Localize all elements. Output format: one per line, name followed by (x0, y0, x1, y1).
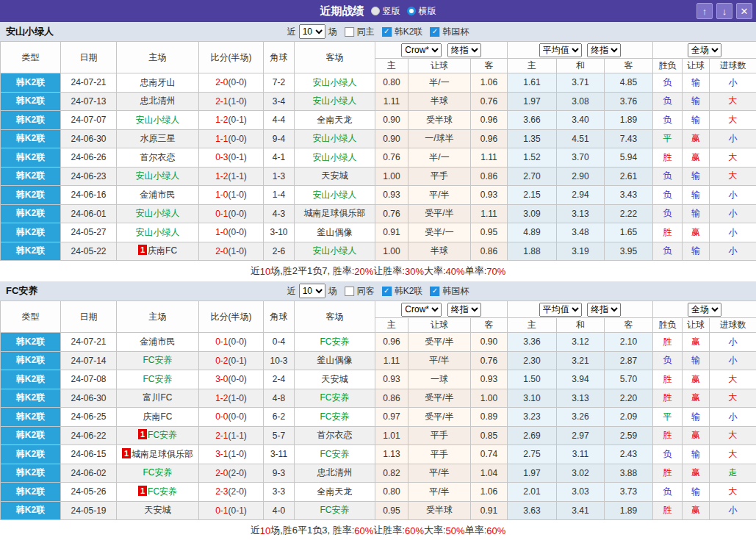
team-name: FC安养 (320, 505, 350, 515)
avg-source-select[interactable]: 平均值 (539, 43, 582, 57)
result-winlose: 负 (653, 73, 683, 93)
handicap-line: 半/一 (408, 73, 471, 93)
korea-cup-checkbox[interactable]: ✓ (430, 287, 439, 296)
odds-time-select[interactable]: 终指 (447, 43, 481, 57)
halftime-score: (1-1) (228, 431, 247, 441)
score-cell: 2-1(1-0) (199, 92, 264, 111)
away-team-cell: 釜山偶像 (295, 223, 375, 242)
result-handicap: 赢 (683, 370, 710, 389)
close-button[interactable]: ✕ (736, 3, 752, 19)
avg-home-odds: 2.70 (508, 167, 557, 186)
result-goals: 大 (710, 445, 756, 464)
away-team-cell: FC安养 (295, 333, 375, 352)
league-k2-checkbox[interactable]: ✓ (382, 287, 392, 296)
avg-away-odds: 2.87 (605, 351, 653, 370)
radio-selected-icon[interactable] (407, 7, 416, 15)
result-winlose: 负 (653, 167, 683, 186)
summary-text: 近 (251, 524, 260, 537)
result-goals: 小 (710, 333, 756, 352)
layout-radio-horizontal[interactable]: 横版 (407, 5, 436, 18)
recent-count-select[interactable]: 10 (299, 24, 325, 39)
avg-home-odds: 2.30 (508, 351, 557, 370)
result-handicap: 输 (683, 73, 710, 93)
team-name: 安山小绿人 (313, 96, 357, 106)
avg-home-odds: 3.09 (508, 204, 557, 223)
handicap-home-odds: 0.82 (375, 464, 408, 483)
avg-home-odds: 1.50 (508, 370, 557, 389)
scope-select[interactable]: 全场 (688, 303, 721, 317)
odds-time-select[interactable]: 终指 (447, 303, 481, 317)
avg-away-odds: 3.76 (605, 92, 653, 111)
korea-cup-checkbox[interactable]: ✓ (430, 27, 439, 37)
date-cell: 24-07-13 (61, 92, 117, 111)
league-cell: 韩K2联 (1, 92, 61, 111)
match-row: 韩K2联24-06-26首尔衣恋0-3(0-1)4-1安山小绿人0.76半/一1… (1, 148, 756, 168)
section-team-name: 安山小绿人 (0, 25, 54, 38)
same-venue-checkbox[interactable] (345, 27, 354, 37)
avg-home-odds: 1.52 (508, 148, 557, 168)
scope-group: 全场 (653, 42, 756, 59)
league-k2-checkbox[interactable]: ✓ (382, 27, 392, 37)
col-header-date: 日期 (61, 301, 117, 333)
handicap-home-odds: 0.76 (375, 148, 408, 168)
score-cell: 2-1(1-1) (199, 426, 264, 445)
result-winlose: 负 (653, 445, 683, 464)
avg-draw-odds: 4.51 (557, 129, 605, 148)
league-cell: 韩K2联 (1, 223, 61, 242)
result-winlose: 平 (653, 129, 683, 148)
scope-select[interactable]: 全场 (688, 43, 721, 57)
avg-draw-odds: 3.02 (557, 464, 605, 483)
scroll-down-button[interactable]: ↓ (716, 3, 732, 19)
fulltime-score: 3-0 (215, 374, 228, 384)
result-goals: 大 (710, 92, 756, 111)
match-row: 韩K2联24-06-30水原三星1-1(0-0)9-4安山小绿人0.90一/球半… (1, 129, 756, 148)
arrow-up-icon: ↑ (702, 6, 708, 17)
col-header-away: 客场 (295, 301, 375, 333)
col-header-handicap-result: 让球 (683, 59, 710, 73)
away-team-cell: FC安养 (295, 445, 375, 464)
col-header-corner: 角球 (264, 42, 295, 73)
avg-away-odds: 2.10 (605, 333, 653, 352)
same-venue-checkbox[interactable] (345, 287, 354, 296)
team-name: FC安养 (143, 355, 173, 365)
halftime-score: (1-0) (228, 246, 247, 256)
handicap-away-odds: 1.06 (471, 483, 508, 502)
avg-source-select[interactable]: 平均值 (539, 303, 582, 317)
scroll-up-button[interactable]: ↑ (696, 3, 713, 19)
result-winlose: 负 (653, 111, 683, 130)
avg-home-odds: 1.61 (508, 73, 557, 93)
score-cell: 1-2(1-0) (199, 389, 264, 408)
match-row: 韩K2联24-06-23安山小绿人1-2(1-1)1-3天安城1.00平手0.8… (1, 167, 756, 186)
handicap-home-odds: 0.80 (375, 483, 408, 502)
score-cell: 1-2(1-1) (199, 167, 264, 186)
col-header-handicap-away: 客 (471, 59, 508, 73)
handicap-line: 平手 (408, 426, 471, 445)
avg-time-select[interactable]: 终指 (587, 43, 621, 57)
corner-cell: 3-4 (264, 92, 295, 111)
away-team-cell: 城南足球俱乐部 (295, 204, 375, 223)
radio-unselected-icon[interactable] (371, 7, 380, 15)
handicap-away-odds: 0.96 (471, 129, 508, 148)
layout-radio-vertical[interactable]: 竖版 (371, 5, 400, 18)
fulltime-score: 0-1 (215, 505, 228, 516)
handicap-away-odds: 1.06 (471, 73, 508, 93)
result-winlose: 负 (653, 483, 683, 502)
korea-cup-label: 韩国杯 (442, 285, 469, 298)
fulltime-score: 1-1 (215, 134, 228, 144)
handicap-home-odds: 0.97 (375, 408, 408, 427)
league-cell: 韩K2联 (1, 186, 61, 205)
home-team-cell: 忠南牙山 (117, 73, 199, 93)
home-team-cell: 忠北清州 (117, 92, 199, 111)
handicap-line: 半/一 (408, 148, 471, 168)
corner-cell: 4-1 (264, 148, 295, 168)
corner-cell: 7-2 (264, 73, 295, 93)
avg-time-select[interactable]: 终指 (587, 303, 621, 317)
odds-source-select[interactable]: Crow* (401, 303, 442, 317)
recent-count-select[interactable]: 10 (299, 284, 325, 298)
result-goals: 大 (710, 426, 756, 445)
away-team-cell: 忠北清州 (295, 464, 375, 483)
halftime-score: (0-0) (228, 374, 247, 384)
odds-source-select[interactable]: Crow* (401, 43, 442, 57)
result-handicap: 输 (683, 408, 710, 427)
col-header-home: 主场 (117, 42, 199, 73)
